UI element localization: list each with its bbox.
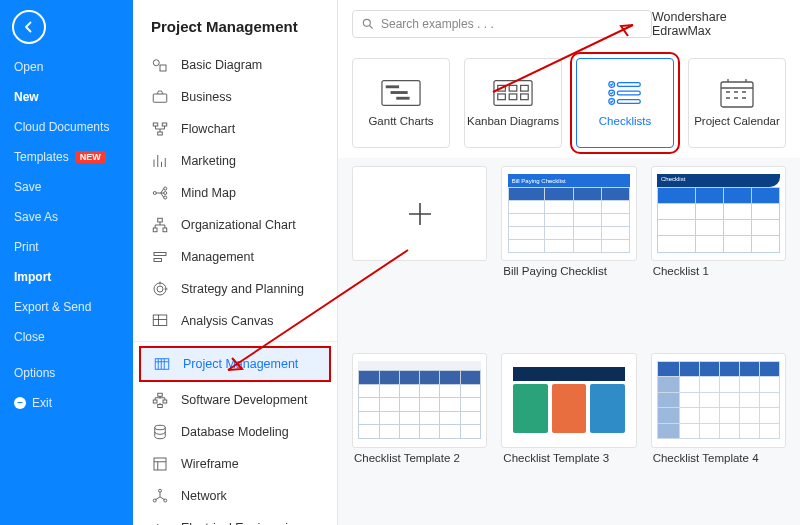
- type-checklists[interactable]: Checklists: [576, 58, 674, 148]
- svg-rect-11: [153, 228, 157, 232]
- back-button[interactable]: [12, 10, 46, 44]
- svg-point-7: [164, 187, 167, 190]
- wire-icon: [151, 455, 169, 473]
- type-label: Kanban Diagrams: [467, 115, 559, 127]
- svg-point-0: [153, 60, 159, 66]
- template-bill-paying[interactable]: Bill Paying Checklist Bill Paying Checkl…: [501, 166, 636, 339]
- template-thumb: Checklist: [651, 166, 786, 261]
- menu-export-send[interactable]: Export & Send: [0, 292, 133, 322]
- svg-point-15: [154, 283, 166, 295]
- cat-business[interactable]: Business: [133, 81, 337, 113]
- svg-rect-22: [158, 405, 163, 408]
- svg-rect-3: [153, 123, 158, 126]
- type-label: Checklists: [599, 115, 651, 127]
- calendar-icon: [717, 79, 757, 107]
- cat-electrical[interactable]: Electrical Engineering: [133, 512, 337, 525]
- svg-point-28: [363, 19, 370, 26]
- mind-icon: [151, 184, 169, 202]
- type-calendar[interactable]: Project Calendar: [688, 58, 786, 148]
- svg-rect-12: [163, 228, 167, 232]
- menu-templates[interactable]: TemplatesNEW: [0, 142, 133, 172]
- menu-exit[interactable]: –Exit: [0, 388, 133, 418]
- sw-icon: [151, 391, 169, 409]
- cat-database[interactable]: Database Modeling: [133, 416, 337, 448]
- cat-strategy[interactable]: Strategy and Planning: [133, 273, 337, 305]
- cat-management[interactable]: Management: [133, 241, 337, 273]
- svg-rect-14: [154, 259, 162, 262]
- template-thumb: Bill Paying Checklist: [501, 166, 636, 261]
- cat-marketing[interactable]: Marketing: [133, 145, 337, 177]
- cat-software-dev[interactable]: Software Development: [133, 384, 337, 416]
- svg-rect-19: [158, 393, 163, 396]
- svg-rect-33: [494, 81, 532, 106]
- strategy-icon: [151, 280, 169, 298]
- plus-icon: [352, 166, 487, 261]
- svg-point-25: [159, 489, 162, 492]
- topbar: Search examples . . . Wondershare EdrawM…: [338, 0, 800, 44]
- cat-analysis-canvas[interactable]: Analysis Canvas: [133, 305, 337, 337]
- svg-rect-36: [521, 85, 529, 91]
- template-4[interactable]: Checklist Template 4: [651, 353, 786, 526]
- menu-close[interactable]: Close: [0, 322, 133, 352]
- svg-point-23: [155, 425, 166, 430]
- svg-point-16: [157, 286, 163, 292]
- menu-new[interactable]: New: [0, 82, 133, 112]
- type-label: Gantt Charts: [368, 115, 433, 127]
- template-checklist-1[interactable]: Checklist Checklist 1: [651, 166, 786, 339]
- template-label: Checklist Template 3: [501, 452, 636, 464]
- menu-import[interactable]: Import: [0, 262, 133, 292]
- svg-rect-35: [509, 85, 517, 91]
- org-icon: [151, 216, 169, 234]
- cat-basic-diagram[interactable]: Basic Diagram: [133, 49, 337, 81]
- type-label: Project Calendar: [694, 115, 780, 127]
- template-thumb: [501, 353, 636, 448]
- kanban-icon: [493, 79, 533, 107]
- search-icon: [361, 17, 375, 31]
- type-gantt[interactable]: Gantt Charts: [352, 58, 450, 148]
- type-card-row: Gantt Charts Kanban Diagrams Checklists …: [338, 44, 800, 158]
- svg-rect-45: [617, 100, 640, 104]
- svg-rect-2: [153, 94, 167, 102]
- minus-icon: –: [14, 397, 26, 409]
- category-separator: [133, 341, 337, 342]
- template-label: Checklist Template 4: [651, 452, 786, 464]
- menu-save[interactable]: Save: [0, 172, 133, 202]
- cat-flowchart[interactable]: Flowchart: [133, 113, 337, 145]
- cat-mind-map[interactable]: Mind Map: [133, 177, 337, 209]
- svg-rect-13: [154, 253, 166, 256]
- flow-icon: [151, 120, 169, 138]
- mgmt-icon: [151, 248, 169, 266]
- svg-rect-30: [386, 85, 399, 88]
- template-3[interactable]: Checklist Template 3: [501, 353, 636, 526]
- category-list[interactable]: Basic Diagram Business Flowchart Marketi…: [133, 49, 337, 525]
- template-blank[interactable]: [352, 166, 487, 339]
- menu-print[interactable]: Print: [0, 232, 133, 262]
- svg-rect-46: [721, 82, 753, 107]
- template-label: Bill Paying Checklist: [501, 265, 636, 277]
- briefcase-icon: [151, 88, 169, 106]
- svg-rect-34: [498, 85, 506, 91]
- cat-network[interactable]: Network: [133, 480, 337, 512]
- template-grid[interactable]: Bill Paying Checklist Bill Paying Checkl…: [338, 158, 800, 525]
- svg-rect-43: [617, 91, 640, 95]
- new-badge: NEW: [75, 151, 106, 163]
- svg-rect-31: [391, 91, 408, 94]
- type-kanban[interactable]: Kanban Diagrams: [464, 58, 562, 148]
- menu-cloud-documents[interactable]: Cloud Documents: [0, 112, 133, 142]
- cat-wireframe[interactable]: Wireframe: [133, 448, 337, 480]
- shapes-icon: [151, 56, 169, 74]
- menu-options[interactable]: Options: [0, 358, 133, 388]
- menu-save-as[interactable]: Save As: [0, 202, 133, 232]
- template-thumb: [651, 353, 786, 448]
- cat-org-chart[interactable]: Organizational Chart: [133, 209, 337, 241]
- svg-rect-41: [617, 83, 640, 87]
- svg-rect-4: [162, 123, 167, 126]
- template-2[interactable]: Checklist Template 2: [352, 353, 487, 526]
- search-input[interactable]: Search examples . . .: [352, 10, 652, 38]
- template-label: Checklist Template 2: [352, 452, 487, 464]
- svg-rect-17: [153, 315, 167, 326]
- menu-open[interactable]: Open: [0, 52, 133, 82]
- template-label: Checklist 1: [651, 265, 786, 277]
- pm-icon: [153, 355, 171, 373]
- cat-project-management[interactable]: Project Management: [139, 346, 331, 382]
